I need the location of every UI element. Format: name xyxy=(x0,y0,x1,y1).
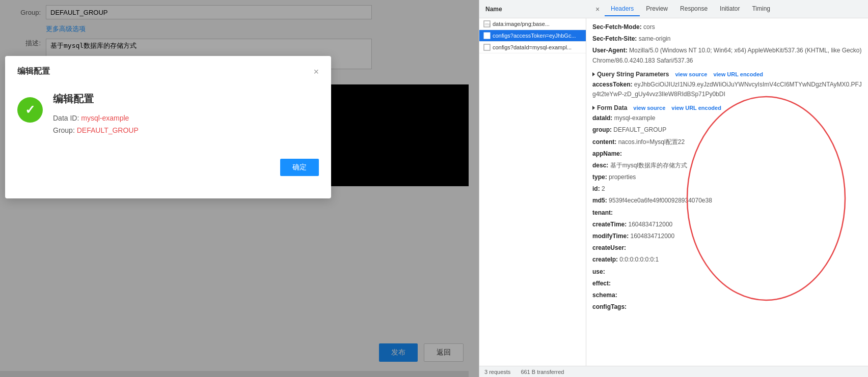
form-field-row-8: tenant: xyxy=(592,208,862,218)
xhr2-icon xyxy=(483,44,491,51)
modal-title: 编辑配置 xyxy=(17,66,50,77)
xhr-icon xyxy=(483,32,491,39)
svg-rect-3 xyxy=(484,44,490,50)
confirm-button[interactable]: 确定 xyxy=(280,159,319,176)
form-view-source-link[interactable]: view source xyxy=(633,105,665,111)
image-icon: img xyxy=(483,20,491,27)
access-token-row: accessToken: eyJhbGciOiJIUzI1NiJ9.eyJzdW… xyxy=(592,80,862,99)
devtools-main: img data:image/png;base... configs?acces… xyxy=(479,18,868,366)
devtools-status-bar: 3 requests 661 B transferred xyxy=(479,366,868,377)
modal-body: 编辑配置 Data ID: mysql-example Group: DEFAU… xyxy=(17,87,319,154)
modal-footer: 确定 xyxy=(17,154,319,176)
modal-info: 编辑配置 Data ID: mysql-example Group: DEFAU… xyxy=(53,92,319,138)
form-field-row-15: schema: xyxy=(592,291,862,300)
svg-text:img: img xyxy=(485,22,491,26)
form-field-row-9: createTime: 1604834712000 xyxy=(592,220,862,229)
svg-rect-2 xyxy=(484,33,490,39)
triangle-icon-2 xyxy=(592,106,595,110)
view-url-encoded-link[interactable]: view URL encoded xyxy=(713,71,763,77)
form-field-row-10: modifyTime: 1604834712000 xyxy=(592,231,862,241)
tab-initiator[interactable]: Initiator xyxy=(714,2,746,16)
dataid-value: mysql-example xyxy=(81,114,129,122)
form-fields-container: dataId: mysql-examplegroup: DEFAULT_GROU… xyxy=(592,113,862,312)
triangle-icon xyxy=(592,72,595,76)
request-detail: Sec-Fetch-Mode: cors Sec-Fetch-Site: sam… xyxy=(586,18,868,366)
close-devtools-button[interactable]: × xyxy=(592,4,603,14)
access-token-name: accessToken: xyxy=(592,81,633,88)
form-field-row-6: id: 2 xyxy=(592,184,862,194)
form-field-row-2: content: nacos.info=Mysql配置22 xyxy=(592,137,862,147)
form-field-row-11: createUser: xyxy=(592,243,862,253)
form-view-url-encoded-link[interactable]: view URL encoded xyxy=(671,105,721,111)
access-token-value: eyJhbGciOiJIUzI1NiJ9.eyJzdWIiOiJuYWNvcyI… xyxy=(592,81,862,98)
modal-close-button[interactable]: × xyxy=(313,67,319,76)
dataid-label: Data ID: xyxy=(53,114,81,122)
edit-config-modal: 编辑配置 × 编辑配置 Data ID: mysql-example Group… xyxy=(5,56,331,198)
detail-tabs-header: Headers Preview Response Initiator Timin… xyxy=(605,2,776,16)
tab-headers[interactable]: Headers xyxy=(605,2,640,16)
tab-timing[interactable]: Timing xyxy=(746,2,776,16)
left-panel: Group: 更多高级选项 描述: 发布 返回 编辑配置 × 编辑配置 xyxy=(0,0,479,377)
success-icon xyxy=(17,97,43,123)
form-field-row-12: createIp: 0:0:0:0:0:0:0:1 xyxy=(592,255,862,265)
modal-group-value: DEFAULT_GROUP xyxy=(77,126,139,134)
modal-dataid-row: Data ID: mysql-example xyxy=(53,114,319,122)
query-string-section-title: Query String Parameters view source view… xyxy=(592,71,862,78)
name-column-header: Name xyxy=(483,6,590,13)
form-field-row-16: configTags: xyxy=(592,302,862,312)
tab-preview[interactable]: Preview xyxy=(640,2,674,16)
requests-count: 3 requests xyxy=(484,369,510,375)
network-item-0[interactable]: img data:image/png;base... xyxy=(479,18,586,30)
form-field-row-7: md5: 9539f4ece0a6fe49f000928934070e38 xyxy=(592,196,862,206)
transferred-size: 661 B transferred xyxy=(521,369,564,375)
form-field-row-13: use: xyxy=(592,267,862,277)
form-field-row-5: type: properties xyxy=(592,172,862,182)
header-sec-fetch-site: Sec-Fetch-Site: same-origin xyxy=(592,34,862,44)
form-field-row-3: appName: xyxy=(592,149,862,159)
form-field-row-4: desc: 基于mysql数据库的存储方式 xyxy=(592,161,862,170)
header-sec-fetch-mode: Sec-Fetch-Mode: cors xyxy=(592,22,862,32)
network-item-2[interactable]: configs?dataId=mysql-exampl... xyxy=(479,42,586,53)
network-list: img data:image/png;base... configs?acces… xyxy=(479,18,586,366)
network-item-1[interactable]: configs?accessToken=eyJhbGc... xyxy=(479,30,586,42)
header-user-agent: User-Agent: Mozilla/5.0 (Windows NT 10.0… xyxy=(592,46,862,65)
form-field-row-14: effect: xyxy=(592,279,862,288)
modal-config-title: 编辑配置 xyxy=(53,92,319,106)
form-field-row-1: group: DEFAULT_GROUP xyxy=(592,125,862,135)
modal-overlay: 编辑配置 × 编辑配置 Data ID: mysql-example Group… xyxy=(0,0,479,377)
form-data-section-title: Form Data view source view URL encoded xyxy=(592,104,862,111)
devtools-panel: Name × Headers Preview Response Initiato… xyxy=(479,0,868,377)
modal-group-label: Group: xyxy=(53,126,77,134)
modal-group-row: Group: DEFAULT_GROUP xyxy=(53,126,319,134)
view-source-link[interactable]: view source xyxy=(675,71,707,77)
tab-response[interactable]: Response xyxy=(674,2,714,16)
form-field-row-0: dataId: mysql-example xyxy=(592,113,862,123)
modal-header: 编辑配置 × xyxy=(17,66,319,77)
